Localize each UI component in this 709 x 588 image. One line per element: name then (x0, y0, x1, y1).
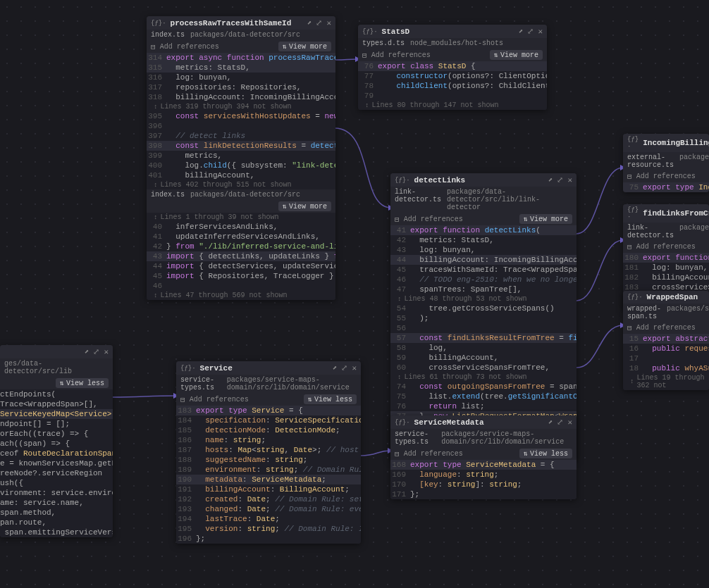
open-icon[interactable]: ⬈ (548, 418, 553, 427)
panel-title: processRawTracesWithSameId (171, 19, 292, 27)
collapse-icon[interactable]: ⊟ (362, 51, 367, 60)
fold-indicator[interactable]: ↕Lines 47 through 569 not shown (147, 291, 335, 300)
code-block[interactable]: 15export abstract class Wra 16 public re… (623, 334, 709, 390)
expand-icon[interactable]: ⤢ (557, 175, 563, 184)
fold-indicator[interactable]: ↕Lines 80 through 147 not shown (358, 101, 547, 110)
panel-file-path: index.ts packages/data-detector/src (147, 30, 335, 40)
fold-indicator[interactable]: ↕Lines 19 through 362 not (623, 373, 709, 390)
panel-title: StatsD (382, 27, 410, 36)
view-less-button[interactable]: ⇅View less (519, 449, 572, 458)
fold-indicator[interactable]: ↕Lines 402 through 515 not shown (147, 180, 335, 189)
panel-process-raw-traces: {ƒ}· processRawTracesWithSameId ⬈ ⤢ ✕ in… (147, 16, 335, 300)
symbol-badge: {ƒ}· (151, 20, 166, 27)
symbol-badge: {ƒ}· (362, 28, 378, 35)
code-block[interactable]: 168export type ServiceMetadata = { 169 l… (390, 460, 577, 499)
add-references-button[interactable]: Add references (636, 243, 696, 251)
view-more-button[interactable]: ⇅View more (490, 50, 543, 60)
panel-title: IncomingBillingAccount (643, 139, 709, 147)
add-references-button[interactable]: Add references (636, 173, 696, 180)
open-icon[interactable]: ⬈ (333, 363, 338, 373)
code-block[interactable]: ctEndpoints( Trace<WrappedSpan>[], Servi… (0, 389, 113, 537)
fold-indicator[interactable]: ↕Lines 61 through 73 not shown (390, 373, 577, 382)
close-icon[interactable]: ✕ (104, 347, 109, 356)
collapse-icon[interactable]: ⊟ (627, 172, 632, 181)
code-block[interactable]: 75export type IncomingBilli (623, 182, 709, 192)
panel-header[interactable]: {ƒ}· StatsD ⬈ ⤢ ✕ (358, 25, 547, 38)
panel-header[interactable]: {ƒ}· WrappedSpan (623, 291, 709, 304)
panel-title: WrappedSpan (647, 293, 698, 301)
open-icon[interactable]: ⬈ (519, 27, 524, 36)
panel-title: findLinksFromCrossServ (643, 209, 709, 218)
collapse-icon[interactable]: ⊟ (627, 242, 632, 251)
view-less-button[interactable]: ⇅View less (56, 378, 109, 388)
symbol-badge: {ƒ}· (627, 206, 639, 220)
open-icon[interactable]: ⬈ (548, 175, 553, 184)
symbol-badge: {ƒ}· (180, 365, 196, 372)
panel-service: {ƒ}· Service ⬈ ⤢ ✕ service-types.ts pack… (176, 361, 361, 544)
close-icon[interactable]: ✕ (567, 418, 572, 427)
open-icon[interactable]: ⬈ (85, 347, 90, 356)
expand-icon[interactable]: ⤢ (527, 27, 534, 36)
close-icon[interactable]: ✕ (538, 27, 543, 36)
panel-service-metadata: {ƒ}· ServiceMetadata ⬈ ⤢ ✕ service-types… (390, 415, 577, 499)
panel-file-path: link-detector.ts packages/data (623, 223, 709, 241)
view-more-button[interactable]: ⇅View more (519, 214, 572, 224)
collapse-icon[interactable]: ⊟ (180, 395, 185, 404)
collapse-icon[interactable]: ⊟ (627, 323, 632, 332)
panel-statsd: {ƒ}· StatsD ⬈ ⤢ ✕ types.d.ts node_module… (358, 25, 547, 110)
panel-file-path-2: index.ts packages/data-detector/src (147, 189, 335, 200)
open-icon[interactable]: ⬈ (307, 18, 312, 27)
panel-file-path: ges/data-detector/src/lib (0, 358, 113, 377)
panel-incoming-billing-account: {ƒ}· IncomingBillingAccount external-res… (623, 134, 709, 192)
code-block[interactable]: 183export type Service = { 184 specifica… (176, 406, 361, 544)
panel-title: ServiceMetadata (414, 418, 484, 427)
panel-left-clipped: ⬈ ⤢ ✕ ges/data-detector/src/lib ⇅View le… (0, 345, 113, 537)
panel-header[interactable]: ⬈ ⤢ ✕ (0, 345, 113, 358)
code-block[interactable]: 76export class StatsD { 77 constructor(o… (358, 61, 547, 110)
panel-header[interactable]: {ƒ}· findLinksFromCrossServ (623, 204, 709, 223)
panel-header[interactable]: {ƒ}· Service ⬈ ⤢ ✕ (176, 361, 361, 375)
panel-file-path: service-types.ts packages/service-maps-d… (390, 429, 577, 447)
fold-indicator[interactable]: ↕Lines 319 through 394 not shown (147, 102, 335, 111)
panel-file-path: link-detector.ts packages/data-detector/… (390, 187, 577, 213)
panel-file-path: types.d.ts node_modules/hot-shots (358, 38, 547, 49)
expand-icon[interactable]: ⤢ (93, 347, 99, 356)
symbol-badge: {ƒ}· (395, 419, 410, 426)
fold-indicator[interactable]: ↕Lines 48 through 53 not shown (390, 294, 577, 304)
expand-icon[interactable]: ⤢ (557, 418, 563, 427)
panel-title: Service (200, 364, 233, 373)
panel-header[interactable]: {ƒ}· IncomingBillingAccount (623, 134, 709, 152)
panel-file-path: external-resource.ts packages/data (623, 152, 709, 170)
symbol-badge: {ƒ}· (627, 136, 639, 150)
close-icon[interactable]: ✕ (567, 175, 572, 184)
panel-title: detectLinks (414, 176, 466, 184)
panel-header[interactable]: {ƒ}· detectLinks ⬈ ⤢ ✕ (390, 173, 577, 187)
add-references-button[interactable]: Add references (404, 450, 463, 458)
add-references-button[interactable]: Add references (636, 324, 696, 332)
panel-header[interactable]: {ƒ}· ServiceMetadata ⬈ ⤢ ✕ (390, 415, 577, 429)
collapse-icon[interactable]: ⊟ (395, 215, 400, 224)
symbol-badge: {ƒ}· (627, 294, 643, 301)
fold-indicator[interactable]: ↕Lines 1 through 39 not shown (147, 213, 335, 222)
panel-header[interactable]: {ƒ}· processRawTracesWithSameId ⬈ ⤢ ✕ (147, 16, 335, 30)
expand-icon[interactable]: ⤢ (316, 18, 322, 27)
collapse-icon[interactable]: ⊟ (395, 449, 400, 458)
add-references-button[interactable]: Add references (404, 215, 463, 223)
add-references-button[interactable]: Add references (160, 43, 219, 51)
add-references-button[interactable]: Add references (190, 396, 249, 404)
view-less-button[interactable]: ⇅View less (304, 394, 357, 404)
symbol-badge: {ƒ}· (395, 177, 410, 184)
view-more-button[interactable]: ⇅View more (278, 201, 331, 211)
collapse-icon[interactable]: ⊟ (151, 42, 156, 51)
code-block[interactable]: 314export async function processRawTrace… (147, 53, 335, 189)
panel-file-path: wrapped-span.ts packages/ser (623, 304, 709, 322)
close-icon[interactable]: ✕ (326, 18, 331, 27)
expand-icon[interactable]: ⤢ (341, 363, 347, 373)
panel-wrapped-span: {ƒ}· WrappedSpan wrapped-span.ts package… (623, 291, 709, 390)
add-references-button[interactable]: Add references (371, 51, 431, 59)
code-block-2[interactable]: ↕Lines 1 through 39 not shown 40 inferSe… (147, 213, 335, 300)
view-more-button[interactable]: ⇅View more (278, 42, 331, 51)
close-icon[interactable]: ✕ (352, 363, 357, 373)
panel-file-path: service-types.ts packages/service-maps-d… (176, 375, 361, 393)
